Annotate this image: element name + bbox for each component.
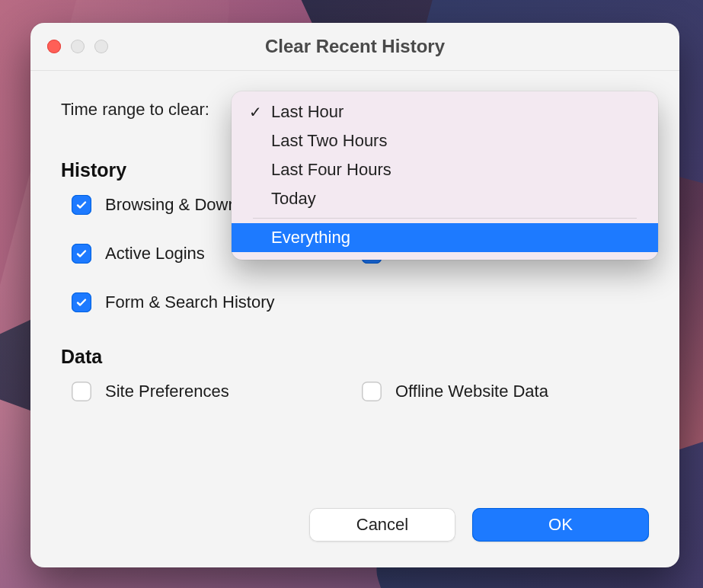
dropdown-separator — [253, 218, 637, 219]
cancel-button[interactable]: Cancel — [309, 508, 455, 542]
timerange-option-today[interactable]: Today — [232, 184, 658, 213]
option-label: Today — [271, 189, 316, 209]
titlebar: Clear Recent History — [30, 23, 679, 71]
timerange-dropdown: ✓ Last Hour Last Two Hours Last Four Hou… — [232, 91, 658, 260]
timerange-label: Time range to clear: — [61, 100, 209, 120]
data-checkbox-grid: Site Preferences Offline Website Data — [61, 382, 649, 401]
option-label: Last Four Hours — [271, 160, 391, 180]
checkbox-site-preferences[interactable] — [72, 382, 91, 401]
checkmark-icon — [75, 199, 88, 211]
checkbox-row-offline-data: Offline Website Data — [362, 382, 644, 401]
option-label: Last Hour — [271, 102, 344, 122]
option-label: Last Two Hours — [271, 131, 387, 151]
dialog-footer: Cancel OK — [309, 508, 649, 542]
zoom-window-button[interactable] — [94, 40, 108, 53]
section-heading-data: Data — [61, 346, 649, 368]
checkbox-label-site-preferences: Site Preferences — [105, 382, 229, 401]
checkmark-icon — [75, 296, 88, 308]
checkbox-active-logins[interactable] — [72, 244, 91, 264]
timerange-option-everything[interactable]: Everything — [232, 223, 658, 252]
close-window-button[interactable] — [47, 40, 61, 53]
checkbox-form-search[interactable] — [72, 292, 91, 312]
timerange-option-last-two-hours[interactable]: Last Two Hours — [232, 126, 658, 155]
checkbox-row-site-preferences: Site Preferences — [72, 382, 354, 401]
checkmark-icon: ✓ — [248, 103, 262, 121]
option-label: Everything — [271, 228, 350, 248]
dialog-title: Clear Recent History — [30, 36, 679, 57]
timerange-option-last-hour[interactable]: ✓ Last Hour — [232, 97, 658, 126]
window-controls — [47, 40, 108, 53]
checkbox-browsing-download[interactable] — [72, 195, 91, 215]
checkmark-icon — [75, 248, 88, 260]
minimize-window-button[interactable] — [71, 40, 85, 53]
checkbox-label-offline-data: Offline Website Data — [395, 382, 548, 401]
checkbox-row-form-search: Form & Search History — [72, 292, 354, 312]
checkbox-label-form-search: Form & Search History — [105, 292, 275, 312]
checkbox-label-active-logins: Active Logins — [105, 244, 205, 264]
checkbox-offline-data[interactable] — [362, 382, 382, 401]
clear-history-dialog: Clear Recent History Time range to clear… — [30, 23, 679, 567]
timerange-option-last-four-hours[interactable]: Last Four Hours — [232, 155, 658, 184]
ok-button[interactable]: OK — [472, 508, 649, 542]
